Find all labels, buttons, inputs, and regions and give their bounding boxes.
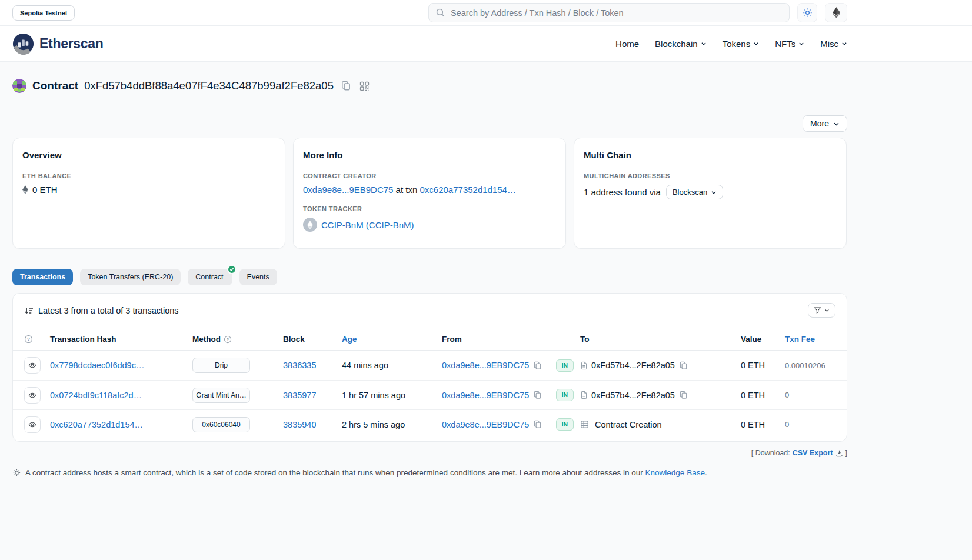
brand-name: Etherscan bbox=[39, 36, 104, 52]
nav-home[interactable]: Home bbox=[615, 39, 639, 49]
divider bbox=[12, 108, 847, 108]
help-icon[interactable]: ? bbox=[24, 335, 33, 344]
sun-icon bbox=[803, 8, 813, 18]
overview-card: Overview ETH BALANCE 0 ETH bbox=[12, 138, 285, 249]
col-age[interactable]: Age bbox=[342, 335, 442, 344]
chevron-down-icon bbox=[701, 41, 707, 46]
from-address-link[interactable]: 0xda9e8e...9EB9DC75 bbox=[442, 361, 529, 370]
direction-badge: IN bbox=[556, 418, 574, 431]
contract-title-row: Contract 0xFd57b4ddBf88a4e07fF4e34C487b9… bbox=[12, 62, 847, 95]
sort-icon bbox=[24, 306, 34, 315]
col-transaction-hash: Transaction Hash bbox=[50, 335, 192, 344]
col-txn-fee[interactable]: Txn Fee bbox=[785, 335, 835, 344]
tx-hash-link[interactable]: 0xc620a77352d1d154… bbox=[50, 420, 143, 429]
network-badge[interactable]: Sepolia Testnet bbox=[12, 5, 75, 21]
copy-icon bbox=[533, 420, 542, 429]
eye-icon bbox=[28, 421, 36, 429]
to-address-text: 0xFd57b4...2Fe82a05 bbox=[591, 391, 675, 400]
funnel-icon bbox=[814, 306, 821, 314]
table-body: 0x7798dcdaec0f6dd9c…Drip383633544 mins a… bbox=[13, 351, 847, 439]
chevron-down-icon bbox=[798, 41, 804, 46]
search-input[interactable] bbox=[451, 8, 783, 18]
nav-nfts[interactable]: NFTs bbox=[775, 39, 804, 49]
help-icon[interactable]: ? bbox=[224, 335, 232, 344]
nav-tokens[interactable]: Tokens bbox=[723, 39, 760, 49]
tab-transactions[interactable]: Transactions bbox=[12, 269, 73, 285]
chevron-down-icon bbox=[841, 41, 847, 46]
token-tracker-link[interactable]: CCIP-BnM (CCIP-BnM) bbox=[321, 220, 414, 230]
block-link[interactable]: 3835940 bbox=[283, 420, 316, 429]
network-menu-button[interactable] bbox=[825, 3, 847, 22]
download-suffix: ] bbox=[845, 449, 847, 457]
to-address-text: 0xFd57b4...2Fe82a05 bbox=[591, 361, 675, 370]
copy-from-button[interactable] bbox=[533, 420, 542, 429]
qr-code-icon bbox=[359, 81, 370, 91]
download-prefix: [ Download: bbox=[751, 449, 790, 457]
top-bar: Sepolia Testnet bbox=[0, 0, 972, 26]
theme-toggle-button[interactable] bbox=[797, 3, 817, 22]
more-button[interactable]: More bbox=[803, 115, 847, 132]
direction-badge: IN bbox=[556, 359, 574, 372]
chevron-down-icon bbox=[711, 189, 717, 195]
document-icon bbox=[580, 361, 588, 370]
contract-creation-icon bbox=[580, 420, 589, 429]
download-icon bbox=[835, 449, 843, 457]
method-badge[interactable]: 0x60c06040 bbox=[192, 417, 250, 432]
col-value: Value bbox=[741, 335, 785, 344]
tab-contract[interactable]: Contract bbox=[188, 269, 232, 285]
table-row: 0x7798dcdaec0f6dd9c…Drip383633544 mins a… bbox=[13, 351, 847, 380]
more-info-card: More Info CONTRACT CREATOR 0xda9e8e...9E… bbox=[293, 138, 566, 249]
direction-badge: IN bbox=[556, 389, 574, 401]
tab-events[interactable]: Events bbox=[239, 269, 277, 285]
token-logo-icon bbox=[303, 218, 317, 232]
download-row: [ Download: CSV Export ] bbox=[12, 449, 847, 457]
copy-address-button[interactable] bbox=[339, 79, 352, 92]
nav-misc[interactable]: Misc bbox=[820, 39, 847, 49]
main-content: Contract 0xFd57b4ddBf88a4e07fF4e34C487b9… bbox=[12, 62, 847, 479]
search-box[interactable] bbox=[428, 3, 790, 22]
from-address-link[interactable]: 0xda9e8e...9EB9DC75 bbox=[442, 420, 529, 429]
overview-card-title: Overview bbox=[22, 150, 275, 160]
eth-balance-value: 0 ETH bbox=[32, 185, 58, 195]
age-text: 1 hr 57 mins ago bbox=[342, 391, 405, 400]
from-address-link[interactable]: 0xda9e8e...9EB9DC75 bbox=[442, 391, 529, 400]
creator-txn-link[interactable]: 0xc620a77352d1d154… bbox=[420, 185, 515, 195]
etherscan-logo[interactable]: Etherscan bbox=[12, 33, 104, 55]
chevron-down-icon bbox=[833, 121, 840, 127]
nav-blockchain[interactable]: Blockchain bbox=[655, 39, 707, 49]
method-badge[interactable]: Grant Mint An… bbox=[192, 388, 250, 403]
tab-bar: Transactions Token Transfers (ERC-20) Co… bbox=[12, 269, 847, 285]
search-icon bbox=[435, 8, 445, 18]
blockscan-dropdown[interactable]: Blockscan bbox=[666, 185, 723, 199]
block-link[interactable]: 3836335 bbox=[283, 361, 316, 370]
method-badge[interactable]: Drip bbox=[192, 358, 250, 373]
copy-to-button[interactable] bbox=[679, 361, 688, 370]
col-to: To bbox=[580, 335, 741, 344]
qr-code-button[interactable] bbox=[358, 80, 371, 92]
eye-button[interactable] bbox=[24, 416, 41, 433]
eye-button[interactable] bbox=[24, 357, 41, 374]
document-icon bbox=[580, 391, 588, 399]
creator-address-link[interactable]: 0xda9e8e...9EB9DC75 bbox=[303, 185, 393, 195]
footnote: A contract address hosts a smart contrac… bbox=[12, 468, 847, 479]
address-avatar bbox=[12, 79, 26, 93]
filter-button[interactable] bbox=[808, 303, 835, 318]
verified-check-icon bbox=[227, 265, 237, 274]
tx-hash-link[interactable]: 0x7798dcdaec0f6dd9c… bbox=[50, 361, 144, 370]
token-tracker-label: TOKEN TRACKER bbox=[303, 205, 556, 212]
copy-from-button[interactable] bbox=[533, 361, 542, 370]
copy-from-button[interactable] bbox=[533, 391, 542, 399]
knowledge-base-link[interactable]: Knowledge Base bbox=[645, 468, 705, 477]
csv-export-link[interactable]: CSV Export bbox=[793, 449, 833, 457]
eye-button[interactable] bbox=[24, 387, 41, 404]
main-nav: Home Blockchain Tokens NFTs Misc bbox=[615, 39, 847, 49]
tab-token-transfers[interactable]: Token Transfers (ERC-20) bbox=[80, 269, 181, 285]
chevron-down-icon bbox=[753, 41, 759, 46]
block-link[interactable]: 3835977 bbox=[283, 391, 316, 400]
footnote-text: A contract address hosts a smart contrac… bbox=[25, 468, 645, 477]
tx-hash-link[interactable]: 0x0724bdf9c118afc2d… bbox=[50, 391, 142, 400]
copy-to-button[interactable] bbox=[679, 391, 688, 399]
value-text: 0 ETH bbox=[741, 391, 765, 400]
more-info-card-title: More Info bbox=[303, 150, 556, 160]
value-text: 0 ETH bbox=[741, 361, 765, 370]
